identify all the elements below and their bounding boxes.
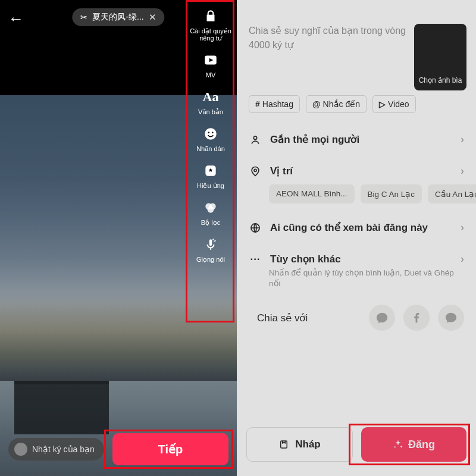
- svg-point-10: [253, 136, 256, 139]
- tool-effect[interactable]: Hiệu ứng: [197, 162, 224, 189]
- editor-toolbar: Cài đặt quyền riêng tư MV Aa Văn bản Nhã…: [189, 4, 232, 271]
- chevron-right-icon: ›: [461, 221, 464, 234]
- location-row[interactable]: Vị trí ›: [237, 155, 476, 182]
- tool-text[interactable]: Aa Văn bản: [198, 88, 223, 115]
- music-selector[interactable]: ✂ 夏天的风-绿... ✕: [72, 8, 164, 26]
- share-label: Chia sẻ với: [257, 312, 308, 324]
- person-icon: [249, 134, 262, 146]
- editor-bottom-bar: Nhật ký của bạn Tiếp: [0, 433, 237, 465]
- location-chip[interactable]: AEON MALL Bình...: [269, 184, 355, 203]
- remove-music-icon[interactable]: ✕: [149, 12, 156, 23]
- privacy-row[interactable]: Ai cũng có thể xem bài đăng này ›: [237, 212, 476, 243]
- location-chip[interactable]: Big C An Lạc: [361, 184, 422, 203]
- tool-mv[interactable]: MV: [202, 51, 220, 79]
- voice-icon: [202, 236, 220, 253]
- svg-point-4: [212, 131, 214, 133]
- filter-icon: [202, 199, 220, 217]
- effect-icon: [202, 162, 220, 180]
- share-messenger[interactable]: [369, 305, 395, 331]
- editor-screen: ← ✂ 夏天的风-绿... ✕ Cài đặt quyền riêng tư M…: [0, 0, 237, 476]
- lock-icon: [202, 7, 220, 25]
- publish-screen: Chia sẻ suy nghĩ của bạn trong vòng 4000…: [237, 0, 476, 476]
- share-message[interactable]: [438, 305, 464, 331]
- draft-button[interactable]: Nháp: [246, 427, 353, 462]
- svg-rect-9: [209, 239, 212, 246]
- tag-people-row[interactable]: Gắn thẻ mọi người ›: [237, 124, 476, 155]
- your-diary-button[interactable]: Nhật ký của bạn: [8, 438, 104, 461]
- chevron-right-icon: ›: [461, 133, 464, 146]
- text-icon: Aa: [202, 88, 220, 106]
- tool-filter[interactable]: Bộ lọc: [201, 199, 220, 226]
- draft-icon: [278, 439, 289, 450]
- other-options-subtitle: Nhấn để quản lý tùy chọn bình luận, Duet…: [237, 268, 476, 296]
- more-icon: ···: [249, 253, 262, 265]
- back-arrow-icon: ←: [8, 10, 24, 27]
- svg-point-2: [205, 128, 217, 140]
- chevron-right-icon: ›: [461, 253, 464, 265]
- spark-icon: [393, 439, 403, 450]
- preview-foreground: [14, 381, 109, 434]
- chevron-right-icon: ›: [461, 165, 464, 177]
- other-options-row[interactable]: ··· Tùy chọn khác ›: [237, 243, 476, 268]
- share-facebook[interactable]: [403, 305, 430, 331]
- next-button[interactable]: Tiếp: [112, 433, 228, 465]
- svg-point-8: [208, 206, 214, 213]
- sticker-icon: [202, 125, 220, 143]
- post-button[interactable]: Đăng: [361, 427, 466, 462]
- svg-point-3: [208, 131, 209, 133]
- music-title: 夏天的风-绿...: [92, 12, 143, 23]
- location-icon: [249, 165, 262, 177]
- diary-label: Nhật ký của bạn: [32, 444, 95, 454]
- hashtag-chip[interactable]: #Hashtag: [249, 95, 300, 113]
- tool-sticker[interactable]: Nhãn dán: [196, 125, 225, 152]
- choose-cover-button[interactable]: Chọn ảnh bìa: [414, 24, 466, 90]
- back-button[interactable]: ←: [8, 10, 24, 28]
- mention-chip[interactable]: @Nhắc đến: [306, 95, 367, 113]
- caption-input[interactable]: Chia sẻ suy nghĩ của bạn trong vòng 4000…: [249, 24, 408, 52]
- globe-icon: [249, 222, 262, 234]
- avatar-icon: [14, 443, 27, 456]
- scissors-icon: ✂: [80, 12, 87, 22]
- location-chip[interactable]: Cầu An Lạc: [428, 184, 476, 203]
- publish-bottom-bar: Nháp Đăng: [237, 416, 476, 476]
- svg-point-11: [254, 169, 256, 171]
- tool-voice[interactable]: Giọng nói: [196, 236, 225, 263]
- tool-privacy[interactable]: Cài đặt quyền riêng tư: [189, 7, 232, 42]
- location-suggestions: AEON MALL Bình... Big C An Lạc Cầu An Lạ…: [237, 182, 476, 212]
- video-chip[interactable]: ▷Video: [372, 95, 416, 113]
- caption-chip-row: #Hashtag @Nhắc đến ▷Video: [237, 95, 476, 124]
- mv-icon: [202, 51, 220, 69]
- share-row: Chia sẻ với: [237, 296, 476, 339]
